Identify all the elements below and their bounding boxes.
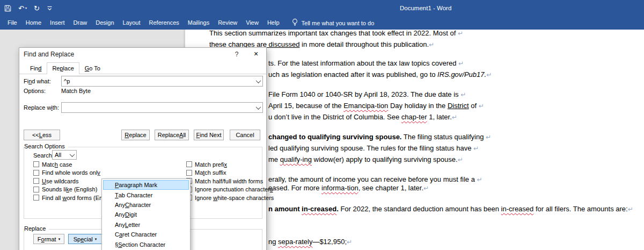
special-menu-item-paragraph-mark[interactable]: Paragraph Mark <box>103 180 189 190</box>
checkbox-box[interactable] <box>33 161 39 167</box>
less-button[interactable]: << Less <box>24 130 60 140</box>
special-button-label: Special <box>74 236 93 242</box>
checkbox-ignore-white-space-characters[interactable]: Ignore white-space characters <box>186 194 274 202</box>
ribbon: FileHomeInsertDrawDesignLayoutReferences… <box>0 16 644 30</box>
ribbon-tab-design[interactable]: Design <box>91 16 118 30</box>
ribbon-tab-layout[interactable]: Layout <box>119 16 145 30</box>
checkbox-box[interactable] <box>33 178 39 184</box>
dropdown-arrow-icon[interactable] <box>68 151 76 159</box>
checkbox-match-case[interactable]: Match case <box>33 160 116 169</box>
find-what-combobox[interactable]: ^p <box>61 76 263 87</box>
checkbox-label: Sounds like (English) <box>42 186 97 192</box>
checkbox-box[interactable] <box>33 170 39 176</box>
redo-icon[interactable]: ↻ <box>34 5 40 12</box>
find-what-value: ^p <box>64 78 70 84</box>
replace-group-label: Replace <box>24 225 49 232</box>
special-menu: Paragraph MarkTab CharacterAny Character… <box>101 178 191 250</box>
dialog-tab-replace[interactable]: Replace <box>47 62 79 74</box>
customize-qat-icon[interactable] <box>47 5 53 11</box>
dialog-close-button[interactable]: × <box>249 49 263 59</box>
tell-me-label: Tell me what you want to do <box>302 20 375 26</box>
options-value: Match Byte <box>61 88 91 94</box>
lightbulb-icon <box>291 18 298 27</box>
checkbox-find-whole-words-only[interactable]: Find whole words only <box>33 169 116 177</box>
special-menu-item-caret-character[interactable]: Caret Character <box>102 230 190 239</box>
titlebar: ↶ ▾ ↻ Document1 - Word <box>0 0 644 16</box>
checkbox-box[interactable] <box>33 187 39 192</box>
cancel-button[interactable]: Cancel <box>230 130 260 140</box>
find-next-button[interactable]: Find Next <box>194 130 224 140</box>
checkbox-label: Match prefix <box>195 161 227 168</box>
tell-me-button[interactable]: Tell me what you want to do <box>291 18 375 27</box>
ribbon-tab-file[interactable]: File <box>3 16 21 30</box>
checkbox-label: Ignore punctuation characters <box>195 186 273 192</box>
ribbon-tab-view[interactable]: View <box>241 16 263 30</box>
special-button[interactable]: Special ▾ <box>68 234 102 244</box>
dropdown-arrow-icon: ▾ <box>95 237 97 241</box>
ribbon-tab-review[interactable]: Review <box>214 16 241 30</box>
search-options-right-checks: Match prefixMatch suffixMatch half/full … <box>186 160 274 202</box>
ribbon-tab-home[interactable]: Home <box>21 16 46 30</box>
special-menu-item-tab-character[interactable]: Tab Character <box>102 190 190 199</box>
checkbox-label: Match suffix <box>195 169 226 176</box>
checkbox-box[interactable] <box>186 170 192 176</box>
options-label: Options: <box>24 88 46 94</box>
format-button-label: Format <box>38 236 56 242</box>
checkbox-box[interactable] <box>33 195 39 201</box>
save-icon[interactable] <box>4 5 11 12</box>
special-menu-item-section-character[interactable]: § Section Character <box>102 239 190 249</box>
search-direction-value: All <box>55 152 61 158</box>
dialog-title: Find and Replace <box>24 51 74 58</box>
replace-all-button[interactable]: Replace All <box>155 130 189 140</box>
undo-dropdown-icon[interactable]: ▾ <box>25 6 27 10</box>
special-menu-item-any-character[interactable]: Any Character <box>102 200 190 210</box>
ribbon-tab-help[interactable]: Help <box>263 16 284 30</box>
checkbox-ignore-punctuation-characters[interactable]: Ignore punctuation characters <box>186 185 274 194</box>
dialog-tab-find[interactable]: Find <box>25 62 47 74</box>
checkbox-box[interactable] <box>186 161 192 167</box>
window-title: Document1 - Word <box>400 0 451 16</box>
dialog-tab-go-to[interactable]: Go To <box>79 62 106 74</box>
ribbon-tab-insert[interactable]: Insert <box>46 16 69 30</box>
replace-with-combobox[interactable] <box>61 102 263 113</box>
dropdown-arrow-icon[interactable] <box>254 76 262 86</box>
checkbox-label: Find whole words only <box>42 169 100 176</box>
replace-with-label: Replace with: <box>24 104 59 111</box>
checkbox-match-half-full-width-forms[interactable]: Match half/full width forms <box>186 177 274 185</box>
search-label: Search: <box>33 152 54 159</box>
dialog-help-button[interactable]: ? <box>233 51 240 58</box>
checkbox-label: Ignore white-space characters <box>195 195 274 201</box>
redo-arrow-glyph: ↻ <box>34 5 40 12</box>
checkbox-label: Match case <box>42 161 72 168</box>
quick-access-toolbar: ↶ ▾ ↻ <box>4 0 53 16</box>
format-button[interactable]: Format ▾ <box>33 234 64 244</box>
replace-button[interactable]: Replace <box>121 130 150 140</box>
checkbox-label: Use wildcards <box>42 178 78 184</box>
checkbox-match-suffix[interactable]: Match suffix <box>186 169 274 177</box>
ribbon-tab-references[interactable]: References <box>145 16 184 30</box>
dialog-tab-strip: FindReplaceGo To <box>19 60 266 74</box>
search-direction-dropdown[interactable]: All <box>52 150 77 160</box>
find-what-label: Find what: <box>24 78 51 84</box>
undo-icon[interactable]: ↶ ▾ <box>18 5 27 12</box>
checkbox-label: Match half/full width forms <box>195 178 263 184</box>
dropdown-arrow-icon: ▾ <box>58 237 61 241</box>
ribbon-tab-draw[interactable]: Draw <box>69 16 92 30</box>
search-options-group-label: Search Options <box>24 143 68 149</box>
ribbon-tabs: FileHomeInsertDrawDesignLayoutReferences… <box>3 16 284 30</box>
checkbox-match-prefix[interactable]: Match prefix <box>186 160 274 169</box>
special-menu-item-any-digit[interactable]: Any Digit <box>102 210 190 219</box>
dialog-buttons: << LessReplaceReplace AllFind NextCancel <box>19 130 266 140</box>
dropdown-arrow-icon[interactable] <box>254 103 262 112</box>
special-menu-item-any-letter[interactable]: Any Letter <box>102 220 190 230</box>
ribbon-tab-mailings[interactable]: Mailings <box>184 16 214 30</box>
undo-arrow-glyph: ↶ <box>18 5 24 12</box>
